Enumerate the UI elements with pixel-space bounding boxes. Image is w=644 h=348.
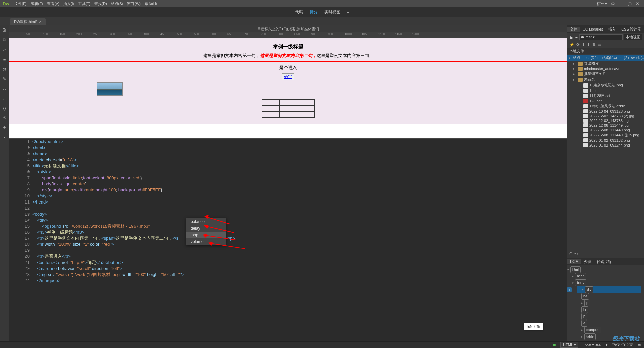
file-tree-root[interactable]: ▾站点 - test (D:\tools\桌面\work（2）\work (..… <box>567 55 644 61</box>
file-item[interactable]: 1. 康奈尔笔记法.png <box>567 82 644 88</box>
expand-icon[interactable]: ▭ <box>598 42 601 47</box>
status-lang[interactable]: HTML ▾ <box>560 342 578 348</box>
status-dims-dropdown-icon[interactable]: ▾ <box>606 343 608 347</box>
get-icon[interactable]: ⬇ <box>582 42 585 47</box>
file-item[interactable]: 11月28日.srt <box>567 93 644 99</box>
file-item[interactable]: 1.mep <box>567 88 644 93</box>
dom-tab-dom[interactable]: DOM <box>567 259 581 264</box>
menu-file[interactable]: 文件(F) <box>13 1 29 6</box>
file-item[interactable]: 2022-10-04_093128.png <box>567 109 644 114</box>
put-icon[interactable]: ⬆ <box>587 42 590 47</box>
tool-brush-icon[interactable]: ✎ <box>3 76 6 81</box>
folder-item[interactable]: ▸mindmaster_autosave <box>567 66 644 71</box>
menu-find[interactable]: 查找(D) <box>92 1 109 6</box>
panel-tab-cclib[interactable]: CC Libraries <box>580 27 606 31</box>
settings-icon[interactable]: ⚙ <box>609 1 617 6</box>
menu-view[interactable]: 查看(V) <box>45 1 61 6</box>
tab-close-icon[interactable]: ✕ <box>39 20 42 24</box>
menu-site[interactable]: 站点(S) <box>109 1 125 6</box>
svg-marker-1 <box>204 215 209 219</box>
document-tab[interactable]: DW教程.html* ✕ <box>10 18 46 25</box>
file-item[interactable]: 2023-01-02_091244.png <box>567 143 644 148</box>
sync-status-icon[interactable]: C <box>569 252 572 256</box>
watermark-logo: 极光下载站www.xz7.com <box>612 335 639 346</box>
tool-manage-icon[interactable]: ⧉ <box>3 37 6 43</box>
dom-tab-snippets[interactable]: 代码片断 <box>594 259 614 264</box>
tool-indent-icon[interactable]: {} <box>3 106 6 111</box>
view-code[interactable]: 代码 <box>295 9 303 15</box>
status-sync-icon[interactable] <box>553 344 556 346</box>
menu-help[interactable]: 帮助(H) <box>143 1 159 6</box>
menu-insert[interactable]: 插入(I) <box>61 1 76 6</box>
viewmode-bar: 代码 拆分 实时视图 ▾ <box>0 7 644 17</box>
dom-a[interactable]: a <box>581 320 641 327</box>
maximize-icon[interactable]: ▢ <box>626 1 634 6</box>
site-icon[interactable]: 🖿 <box>569 35 573 39</box>
connect-icon[interactable]: ⚡ <box>569 42 574 47</box>
ruler[interactable]: 5010015020025030035040045050055060065070… <box>9 32 567 38</box>
dom-p2[interactable]: p <box>581 313 641 320</box>
preview-confirm-button[interactable]: 确定 <box>282 73 294 80</box>
panel-tab-css[interactable]: CSS 设计器 <box>619 27 644 32</box>
file-item[interactable]: 2022-12-02_143733.jpg <box>567 118 644 123</box>
menu-edit[interactable]: 编辑(E) <box>29 1 45 6</box>
file-item[interactable]: 2022-12-08_111449.png <box>567 128 644 132</box>
tool-format-icon[interactable]: ⟲ <box>3 115 6 120</box>
panel-tabs: 文件 CC Libraries 插入 CSS 设计器 <box>567 25 644 33</box>
files-header[interactable]: 本地文件 ↑ <box>567 48 644 54</box>
tool-file-icon[interactable]: 🗎 <box>2 27 7 33</box>
site-dropdown[interactable]: 🖿 test ▾ <box>579 34 623 40</box>
view-dropdown[interactable]: 本地视图 <box>624 34 642 40</box>
file-item[interactable]: 2023-01-02_091132.png <box>567 138 644 143</box>
minimize-icon[interactable]: ― <box>617 1 626 6</box>
file-item[interactable]: 2022-12-08_111449_副本.png <box>567 132 644 138</box>
panel-tab-files[interactable]: 文件 <box>567 27 580 32</box>
workspace-dropdown[interactable]: 标准 ▾ <box>595 1 609 6</box>
cloud-icon[interactable]: ☁ <box>574 35 578 39</box>
dom-p1[interactable]: ▸p <box>581 300 641 306</box>
link-status-icon[interactable]: ⟲ <box>574 252 578 256</box>
dom-marquee[interactable]: ▸marquee <box>581 327 641 333</box>
dom-div[interactable]: +▾div <box>577 286 641 293</box>
dom-html[interactable]: ▾html <box>567 266 641 273</box>
menu-tools[interactable]: 工具(T) <box>76 1 92 6</box>
file-item[interactable]: 2022-12-02_143733 (2).jpg <box>567 114 644 118</box>
file-item[interactable]: 17种头脑风暴法.eddx <box>567 103 644 109</box>
ime-indicator[interactable]: EN ♪ 简 <box>524 323 543 330</box>
refresh-icon[interactable]: ⟳ <box>576 42 580 47</box>
files-toolbar: 🖿 ☁ 🖿 test ▾ 本地视图 <box>567 33 644 41</box>
dom-add-button[interactable]: + <box>567 287 572 292</box>
view-live[interactable]: 实时视图 <box>324 9 340 15</box>
menu-window[interactable]: 窗口(W) <box>125 1 143 6</box>
code-editor[interactable]: 12▼3▼456▼78910111213▼14▼1516171819202122… <box>9 139 567 341</box>
tool-comment-icon[interactable]: 🗨 <box>2 86 7 91</box>
code-lines[interactable]: <!doctype html><html><head><meta charset… <box>32 139 567 341</box>
view-dropdown-icon[interactable]: ▾ <box>347 10 349 15</box>
files-bottom-icons: C ⟲ <box>567 250 644 258</box>
tool-more-icon[interactable]: ⋯ <box>2 135 7 140</box>
tool-color-icon[interactable]: ◔ <box>3 67 6 72</box>
file-item[interactable]: 2022-12-08_111449.jpg <box>567 123 644 128</box>
tool-star-icon[interactable]: ✦ <box>3 125 6 130</box>
tool-list-icon[interactable]: ≡ <box>3 57 6 62</box>
folder-item[interactable]: ▸批量调整图片 <box>567 71 644 77</box>
file-item[interactable]: 123.pdf <box>567 99 644 103</box>
close-icon[interactable]: ✕ <box>634 1 641 6</box>
line-gutter: 12▼3▼456▼78910111213▼14▼1516171819202122… <box>9 139 32 341</box>
design-preview[interactable]: 举例一级标题 这里是举例文本内容第一句，这里是举例文本内容第二句，这里是举例文本… <box>9 38 567 139</box>
sync-icon[interactable]: ⇅ <box>592 42 596 47</box>
dom-body[interactable]: ▾body <box>572 280 641 286</box>
dom-head[interactable]: ▸head <box>572 273 641 280</box>
folder-item[interactable]: ▸导出图片 <box>567 61 644 66</box>
panel-tab-insert[interactable]: 插入 <box>606 27 619 32</box>
tool-wrap-icon[interactable]: ⏎ <box>3 96 6 101</box>
status-bar: HTML ▾ 1558 x 366 ▾ INS 15:57 ▭ <box>0 341 644 348</box>
annotation-arrow-1 <box>204 214 231 225</box>
dom-h3[interactable]: h3 <box>581 293 641 300</box>
menubar: Dw 文件(F) 编辑(E) 查看(V) 插入(I) 工具(T) 查找(D) 站… <box>0 0 644 7</box>
view-split[interactable]: 拆分 <box>310 9 318 15</box>
dom-hr[interactable]: hr <box>581 306 641 313</box>
tool-expand-icon[interactable]: ⤢ <box>3 47 6 52</box>
dom-tab-assets[interactable]: 资源 <box>581 259 594 264</box>
folder-item[interactable]: ▸未命名 <box>567 77 644 82</box>
